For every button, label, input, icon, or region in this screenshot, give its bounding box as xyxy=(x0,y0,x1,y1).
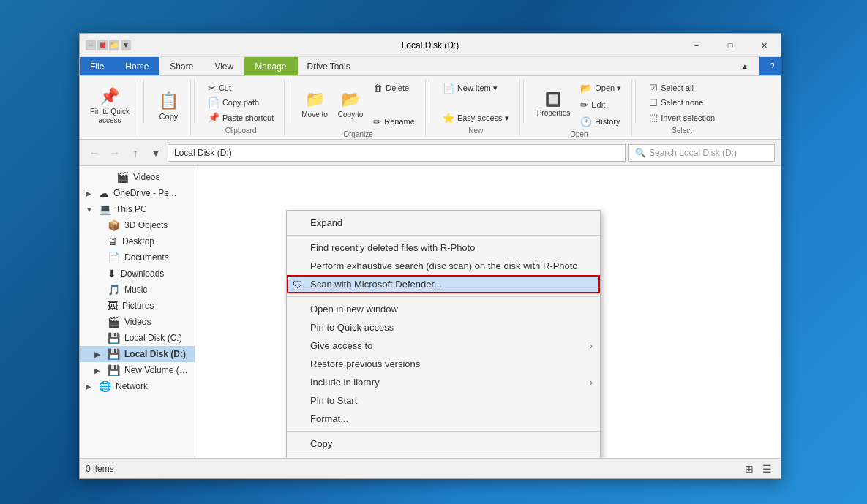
invert-selection-icon: ⬚ xyxy=(649,112,658,123)
delete-btn[interactable]: 🗑 Delete xyxy=(369,80,419,95)
copy-path-btn[interactable]: 📄 Copy path xyxy=(203,95,263,110)
system-menu-btn[interactable]: ─ xyxy=(86,40,96,50)
paste-shortcut-row: 📌 Paste shortcut xyxy=(203,110,278,125)
cm-sep-1 xyxy=(287,235,600,236)
sidebar-item-3dobjects[interactable]: 📦 3D Objects xyxy=(80,217,195,233)
defender-shield-icon: 🛡 xyxy=(293,279,303,290)
ribbon-collapse-btn[interactable]: ▲ xyxy=(731,57,759,75)
onedrive-icon: ☁ xyxy=(99,187,109,199)
select-buttons: ☑ Select all ☐ Select none ⬚ Invert sele… xyxy=(645,80,719,125)
tab-manage[interactable]: Manage xyxy=(244,57,297,75)
move-to-icon: 📁 xyxy=(305,91,325,108)
up-btn[interactable]: ↑ xyxy=(127,144,144,162)
edit-btn[interactable]: ✏ Edit xyxy=(576,97,626,112)
music-icon: 🎵 xyxy=(108,284,120,296)
pin-icon: 📌 xyxy=(100,89,119,105)
select-none-btn[interactable]: ☐ Select none xyxy=(645,95,719,110)
desktop-icon: 🖥 xyxy=(108,236,118,247)
rename-btn[interactable]: ✏ Rename xyxy=(369,114,419,129)
back-btn[interactable]: ← xyxy=(86,144,103,162)
cm-exhaustive-search[interactable]: Perform exhaustive search (disc scan) on… xyxy=(287,257,600,275)
sidebar-item-music[interactable]: 🎵 Music xyxy=(80,282,195,298)
cm-format[interactable]: Format... xyxy=(287,410,600,428)
sidebar-item-videos2[interactable]: 🎬 Videos xyxy=(80,314,195,330)
view-grid-btn[interactable]: ⊞ xyxy=(741,461,757,477)
cm-pin-quick-access[interactable]: Pin to Quick access xyxy=(287,318,600,336)
sidebar-item-local-c[interactable]: 💾 Local Disk (C:) xyxy=(80,330,195,346)
select-none-icon: ☐ xyxy=(649,97,658,108)
close-btn[interactable]: ✕ xyxy=(747,34,781,57)
tab-view[interactable]: View xyxy=(204,57,244,75)
address-box[interactable]: Local Disk (D:) xyxy=(168,144,626,162)
sidebar-label: OneDrive - Pe... xyxy=(113,188,176,198)
forward-btn[interactable]: → xyxy=(106,144,124,162)
minimize-btn[interactable]: − xyxy=(680,34,713,57)
cm-find-deleted[interactable]: Find recently deleted files with R-Photo xyxy=(287,238,600,257)
cm-open-new-window[interactable]: Open in new window xyxy=(287,300,600,318)
pin-to-quick-access-btn[interactable]: 📌 Pin to Quickaccess xyxy=(86,83,134,131)
search-box[interactable]: 🔍 Search Local Disk (D:) xyxy=(628,144,775,162)
sidebar-item-desktop[interactable]: 🖥 Desktop xyxy=(80,233,195,249)
organize-label: Organize xyxy=(343,129,373,138)
ribbon-group-open: 🔲 Properties 📂 Open ▾ ✏ Edit xyxy=(527,79,633,136)
copy-btn[interactable]: 📋 Copy xyxy=(154,83,183,131)
tab-share[interactable]: Share xyxy=(159,57,204,75)
select-all-btn[interactable]: ☑ Select all xyxy=(645,80,719,95)
cm-give-access[interactable]: Give access to › xyxy=(287,336,600,355)
cm-scan-defender[interactable]: 🛡 Scan with Microsoft Defender... xyxy=(287,275,600,293)
properties-btn[interactable]: 🔲 Properties xyxy=(533,80,575,129)
sidebar-label: Pictures xyxy=(122,301,154,311)
disk-c-icon: 💾 xyxy=(108,332,120,344)
cut-row: ✂ Cut xyxy=(203,80,278,95)
copy-to-icon: 📂 xyxy=(341,91,361,108)
disk-d-icon: 💾 xyxy=(108,348,120,360)
cm-copy[interactable]: Copy xyxy=(287,435,600,453)
tab-drive-tools[interactable]: Drive Tools xyxy=(297,57,361,75)
tab-file[interactable]: File xyxy=(80,57,115,75)
maximize-btn[interactable]: □ xyxy=(713,34,747,57)
sidebar-item-volume-e[interactable]: ▶ 💾 New Volume (E:) xyxy=(80,362,195,378)
invert-selection-btn[interactable]: ⬚ Invert selection xyxy=(645,110,719,125)
videos-icon: 🎬 xyxy=(116,171,129,183)
history-btn[interactable]: 🕐 History xyxy=(576,114,626,129)
properties-qat-btn[interactable]: ◼ xyxy=(97,40,108,50)
open-btn[interactable]: 📂 Open ▾ xyxy=(576,80,626,95)
easy-access-btn[interactable]: ⭐ Easy access ▾ xyxy=(438,110,514,125)
sidebar-item-pictures[interactable]: 🖼 Pictures xyxy=(80,298,195,314)
copy-to-btn[interactable]: 📂 Copy to xyxy=(334,80,367,129)
folder-qat-btn[interactable]: 📁 xyxy=(109,40,119,50)
cm-give-access-arrow: › xyxy=(590,341,593,351)
sidebar-item-local-d[interactable]: ▶ 💾 Local Disk (D:) xyxy=(80,346,195,362)
sidebar-item-documents[interactable]: 📄 Documents xyxy=(80,249,195,266)
cm-pin-start[interactable]: Pin to Start xyxy=(287,391,600,410)
sidebar-item-thispc[interactable]: ▼ 💻 This PC xyxy=(80,201,195,217)
cm-restore-versions-label: Restore previous versions xyxy=(310,358,420,369)
sidebar-item-network[interactable]: ▶ 🌐 Network xyxy=(80,378,195,394)
main-area: 🎬 Videos ▶ ☁ OneDrive - Pe... ▼ 💻 This P… xyxy=(80,166,781,458)
view-list-btn[interactable]: ☰ xyxy=(759,461,775,477)
status-bar: 0 items ⊞ ☰ xyxy=(80,458,781,478)
recent-locations-btn[interactable]: ▼ xyxy=(147,144,165,162)
move-to-btn[interactable]: 📁 Move to xyxy=(297,80,332,129)
help-btn[interactable]: ? xyxy=(759,57,781,75)
cm-sep-2 xyxy=(287,296,600,297)
tab-home[interactable]: Home xyxy=(115,57,159,75)
cm-include-library-arrow: › xyxy=(590,377,593,388)
paste-shortcut-btn[interactable]: 📌 Paste shortcut xyxy=(203,110,278,125)
sep-6 xyxy=(635,79,636,123)
sidebar-item-onedrive[interactable]: ▶ ☁ OneDrive - Pe... xyxy=(80,185,195,201)
cm-format-label: Format... xyxy=(310,413,348,424)
ribbon: File Home Share View Manage Drive Tools … xyxy=(80,57,781,140)
sidebar-label: Documents xyxy=(124,252,169,263)
cm-restore-versions[interactable]: Restore previous versions xyxy=(287,355,600,373)
new-item-btn[interactable]: 📄 New item ▾ xyxy=(438,80,514,95)
delete-icon: 🗑 xyxy=(373,83,383,94)
qat-down-btn[interactable]: ▼ xyxy=(121,40,131,50)
sidebar-label: Local Disk (D:) xyxy=(124,349,186,359)
cm-include-library[interactable]: Include in library › xyxy=(287,373,600,391)
cm-expand[interactable]: Expand xyxy=(287,214,600,232)
sidebar-item-downloads[interactable]: ⬇ Downloads xyxy=(80,266,195,282)
3dobjects-icon: 📦 xyxy=(108,219,120,231)
cut-btn[interactable]: ✂ Cut xyxy=(203,80,236,95)
sidebar-item-videos[interactable]: 🎬 Videos xyxy=(80,169,195,185)
